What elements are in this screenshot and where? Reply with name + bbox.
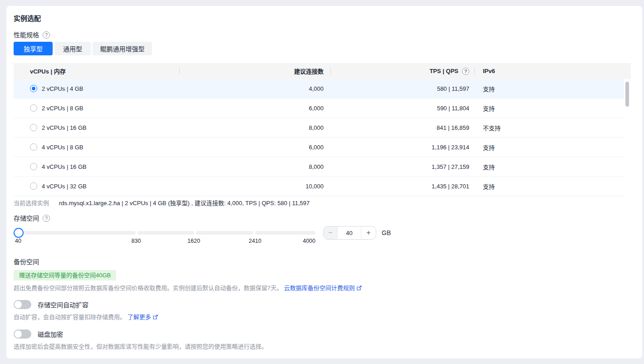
slider-tick-label: 2410	[249, 238, 261, 244]
radio-selected-icon[interactable]	[30, 85, 37, 92]
radio-icon[interactable]	[30, 143, 37, 151]
slider-tick-label: 4000	[303, 238, 315, 244]
storage-slider: 40 830 1620 2410 4000	[14, 226, 315, 248]
table-row[interactable]: 4 vCPUs | 32 GB 10,000 1,435 | 28,701 支持	[14, 177, 624, 196]
learn-more-link[interactable]: 了解更多	[128, 314, 158, 320]
table-scrollbar-thumb[interactable]	[625, 82, 629, 107]
slider-track-segment	[255, 231, 315, 235]
help-icon[interactable]: ?	[43, 215, 50, 222]
radio-icon[interactable]	[30, 163, 37, 170]
external-link-icon	[356, 285, 362, 293]
toggle-knob	[15, 301, 22, 308]
plus-button[interactable]: +	[361, 226, 376, 239]
col-header-tps-qps: TPS | QPS ?	[330, 63, 474, 79]
table-header: vCPUs | 内存 建议连接数 TPS | QPS ? IPv6	[14, 63, 631, 79]
radio-icon[interactable]	[30, 182, 37, 190]
radio-icon[interactable]	[30, 124, 37, 131]
backup-description: 超出免费备份空间部分按照云数据库备份空间价格收取费用。实例创建后默认自动备份，数…	[14, 285, 631, 293]
column-divider	[179, 68, 180, 74]
autoscale-description: 自动扩容，会自动按扩容量扣除存储费用。 了解更多	[14, 314, 631, 322]
storage-label: 存储空间	[14, 215, 39, 222]
current-selection-value: rds.mysql.x1.large.2.ha | 2 vCPUs | 4 GB…	[59, 200, 310, 207]
table-row[interactable]: 2 vCPUs | 16 GB 8,000 841 | 16,859 不支持	[14, 118, 624, 138]
disk-encryption-toggle[interactable]	[14, 330, 31, 339]
col-header-connections: 建议连接数	[179, 63, 330, 79]
table-row[interactable]: 4 vCPUs | 8 GB 6,000 1,196 | 23,914 支持	[14, 138, 624, 157]
column-divider	[330, 68, 331, 74]
table-row[interactable]: 2 vCPUs | 8 GB 6,000 590 | 11,804 支持	[14, 98, 624, 118]
perf-spec-label: 性能规格	[14, 31, 39, 39]
instance-config-card: 实例选配 性能规格 ? 独享型 通用型 鲲鹏通用增强型 vCPUs | 内存 建…	[6, 6, 642, 359]
column-divider	[474, 68, 475, 74]
col-header-ipv6: IPv6	[474, 63, 631, 79]
autoscale-toggle[interactable]	[14, 300, 31, 309]
page-title: 实例选配	[14, 15, 631, 22]
current-selection-label: 当前选择实例	[14, 200, 49, 207]
minus-button[interactable]: −	[324, 226, 338, 239]
backup-pricing-link[interactable]: 云数据库备份空间计费规则	[284, 285, 362, 291]
toggle-knob	[15, 330, 22, 338]
slider-handle[interactable]	[14, 228, 24, 238]
slider-track-segment	[17, 231, 136, 235]
table-row[interactable]: 4 vCPUs | 16 GB 8,000 1,357 | 27,159 支持	[14, 157, 624, 177]
backup-space-label: 备份空间	[14, 258, 631, 266]
disk-encryption-label: 磁盘加密	[38, 330, 63, 339]
slider-tick-label: 1620	[187, 238, 200, 244]
encryption-description: 选择加密后会提高数据安全性，但对数据库读写性能有少量影响，请按照您的使用策略进行…	[14, 343, 631, 350]
autoscale-label: 存储空间自动扩容	[38, 300, 88, 309]
table-body: 2 vCPUs | 4 GB 4,000 580 | 11,597 支持 2 v…	[14, 79, 624, 196]
radio-icon[interactable]	[30, 104, 37, 112]
col-header-specs: vCPUs | 内存	[14, 63, 179, 79]
slider-track-segment	[138, 231, 194, 235]
external-link-icon	[152, 314, 158, 322]
storage-size-stepper: − 40 +	[323, 226, 376, 240]
slider-track-segment	[196, 231, 253, 235]
storage-size-input[interactable]: 40	[338, 226, 361, 239]
tab-kunpeng-enhanced[interactable]: 鲲鹏通用增强型	[93, 42, 152, 55]
tab-general[interactable]: 通用型	[54, 42, 91, 55]
tab-dedicated[interactable]: 独享型	[14, 42, 53, 55]
slider-tick-label: 830	[132, 238, 141, 244]
storage-unit-label: GB	[382, 226, 391, 240]
table-row[interactable]: 2 vCPUs | 4 GB 4,000 580 | 11,597 支持	[14, 79, 624, 98]
spec-type-tabs: 独享型 通用型 鲲鹏通用增强型	[14, 42, 631, 55]
help-icon[interactable]: ?	[462, 68, 469, 75]
flavor-table: vCPUs | 内存 建议连接数 TPS | QPS ? IPv6 2 vCP	[14, 63, 631, 196]
help-icon[interactable]: ?	[43, 31, 50, 39]
free-backup-badge: 赠送存储空间等量的备份空间40GB	[14, 270, 116, 280]
slider-tick-label: 40	[15, 238, 21, 244]
